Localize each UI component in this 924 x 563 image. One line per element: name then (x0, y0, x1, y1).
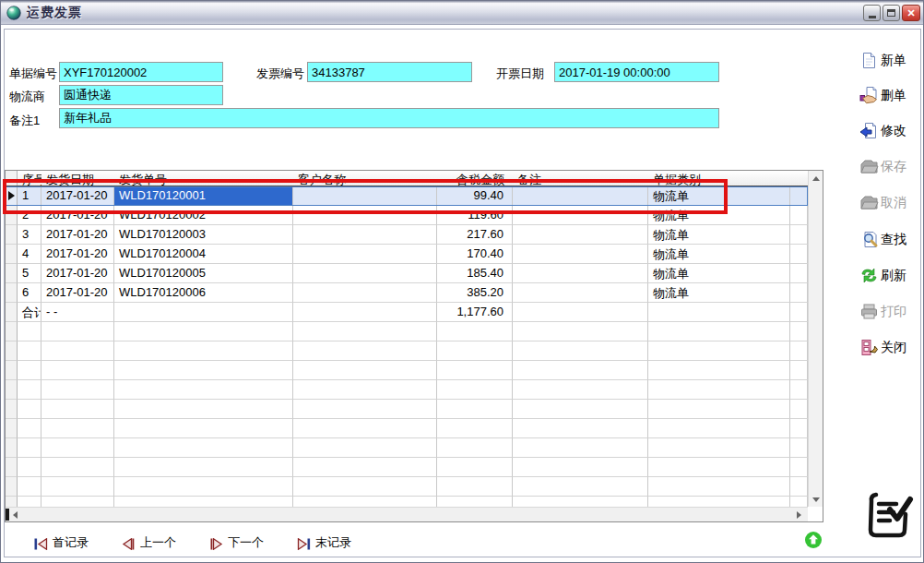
grid-cell[interactable] (6, 283, 18, 303)
grid-cell[interactable]: WLD170120002 (114, 206, 293, 225)
grid-cell[interactable] (790, 245, 808, 264)
previous-record-icon (122, 537, 136, 549)
grid-cell[interactable] (513, 245, 648, 264)
horizontal-scrollbar[interactable] (6, 507, 808, 521)
grid-cell[interactable] (790, 283, 808, 303)
grid-row[interactable]: 12017-01-20WLD17012000199.40物流单 (6, 186, 808, 206)
orders-grid[interactable]: 序号发货日期发货单号客户名称含税金额备注单据类别12017-01-20WLD17… (5, 170, 823, 522)
scroll-up-icon[interactable] (809, 171, 823, 186)
grid-cell[interactable]: 2 (18, 206, 41, 225)
nav-button-next[interactable]: 下一个 (209, 534, 264, 551)
invoice-no-input[interactable] (307, 62, 472, 82)
doc-no-input[interactable] (59, 62, 223, 82)
grid-cell[interactable] (293, 186, 437, 206)
grid-cell[interactable] (790, 225, 808, 245)
grid-cell (790, 419, 808, 438)
grid-cell[interactable]: WLD170120006 (114, 283, 293, 303)
grid-cell[interactable]: 185.40 (437, 264, 513, 283)
grid-row[interactable]: 62017-01-20WLD170120006385.20物流单 (6, 283, 808, 303)
grid-cell[interactable]: 4 (18, 245, 41, 264)
grid-cell[interactable] (513, 206, 648, 225)
grid-cell[interactable] (790, 186, 808, 206)
grid-cell[interactable]: 3 (18, 225, 41, 245)
grid-cell[interactable]: 物流单 (648, 225, 790, 245)
vertical-scrollbar[interactable] (808, 171, 823, 507)
grid-cell[interactable]: 2017-01-20 (41, 186, 114, 206)
toolbar-button-print[interactable]: 打印 (859, 302, 906, 321)
grid-cell-selected[interactable]: WLD170120001 (114, 186, 293, 206)
grid-cell[interactable]: 5 (18, 264, 41, 283)
scroll-down-icon[interactable] (809, 492, 823, 507)
grid-cell[interactable] (6, 245, 18, 264)
grid-row[interactable]: 42017-01-20WLD170120004170.40物流单 (6, 245, 808, 264)
grid-row[interactable]: 22017-01-20WLD170120002119.60物流单 (6, 206, 808, 225)
grid-cell[interactable] (513, 186, 648, 206)
grid-cell (293, 477, 437, 497)
toolbar-button-new[interactable]: 新单 (859, 51, 906, 70)
grid-cell[interactable]: 99.40 (437, 186, 513, 206)
grid-cell[interactable] (513, 283, 648, 303)
grid-cell[interactable] (513, 225, 648, 245)
grid-cell[interactable] (513, 264, 648, 283)
grid-cell[interactable]: 物流单 (648, 245, 790, 264)
grid-cell[interactable]: 2017-01-20 (41, 245, 114, 264)
grid-cell[interactable] (293, 245, 437, 264)
grid-empty-row (6, 477, 808, 497)
grid-row[interactable]: 32017-01-20WLD170120003217.60物流单 (6, 225, 808, 245)
grid-cell[interactable] (6, 206, 18, 225)
toolbar-button-cancel[interactable]: 取消 (859, 193, 906, 212)
toolbar-button-delete[interactable]: 删单 (859, 86, 906, 105)
grid-row[interactable]: 52017-01-20WLD170120005185.40物流单 (6, 264, 808, 283)
grid-cell[interactable]: WLD170120004 (114, 245, 293, 264)
scroll-left-icon[interactable] (7, 508, 22, 522)
grid-cell[interactable]: 2017-01-20 (41, 283, 114, 303)
grid-cell[interactable]: 2017-01-20 (41, 206, 114, 225)
grid-cell[interactable]: 物流单 (648, 264, 790, 283)
grid-cell[interactable] (6, 264, 18, 283)
grid-cell[interactable]: 170.40 (437, 245, 513, 264)
nav-button-last[interactable]: 末记录 (297, 534, 351, 551)
grid-cell[interactable]: 物流单 (648, 206, 790, 225)
grid-cell[interactable]: WLD170120003 (114, 225, 293, 245)
grid-cell[interactable] (790, 264, 808, 283)
grid-body[interactable]: 序号发货日期发货单号客户名称含税金额备注单据类别12017-01-20WLD17… (6, 171, 808, 507)
grid-cell[interactable] (293, 283, 437, 303)
grid-cell[interactable] (293, 225, 437, 245)
grid-cell[interactable]: 119.60 (437, 206, 513, 225)
grid-cell[interactable] (293, 264, 437, 283)
grid-cell[interactable] (293, 206, 437, 225)
home-up-icon[interactable] (804, 531, 823, 549)
titlebar[interactable]: 运费发票 ✕ (1, 1, 923, 25)
invoice-date-input[interactable] (554, 62, 719, 82)
grid-header-cell: 客户名称 (293, 171, 437, 186)
grid-cell[interactable]: 6 (18, 283, 41, 303)
logistics-input[interactable] (59, 85, 223, 105)
grid-cell[interactable]: 物流单 (648, 283, 790, 303)
grid-cell[interactable]: 2017-01-20 (41, 264, 114, 283)
grid-cell[interactable] (790, 206, 808, 225)
grid-cell[interactable]: 物流单 (648, 186, 790, 206)
grid-cell[interactable]: 217.60 (437, 225, 513, 245)
scroll-right-icon[interactable] (791, 508, 806, 522)
grid-cell (6, 361, 18, 380)
toolbar-button-find[interactable]: 查找 (859, 230, 906, 249)
remark1-input[interactable] (59, 108, 719, 128)
grid-cell[interactable]: 385.20 (437, 283, 513, 303)
toolbar-button-refresh[interactable]: 刷新 (859, 266, 906, 285)
toolbar-button-modify[interactable]: 修改 (859, 121, 906, 140)
grid-cell (18, 361, 41, 380)
toolbar-button-close[interactable]: 关闭 (859, 338, 906, 357)
globe-sphere-icon (6, 6, 21, 20)
grid-cell[interactable]: 2017-01-20 (41, 225, 114, 245)
toolbar-button-save[interactable]: 保存 (859, 157, 906, 176)
grid-cell (513, 419, 648, 438)
grid-cell[interactable] (6, 225, 18, 245)
grid-cell (437, 341, 513, 361)
grid-empty-row (6, 380, 808, 400)
grid-cell[interactable] (6, 186, 18, 206)
grid-cell[interactable]: 1 (18, 186, 41, 206)
nav-button-prev[interactable]: 上一个 (122, 534, 176, 551)
grid-cell (6, 303, 18, 322)
grid-cell[interactable]: WLD170120005 (114, 264, 293, 283)
nav-button-first[interactable]: 首记录 (34, 534, 89, 551)
